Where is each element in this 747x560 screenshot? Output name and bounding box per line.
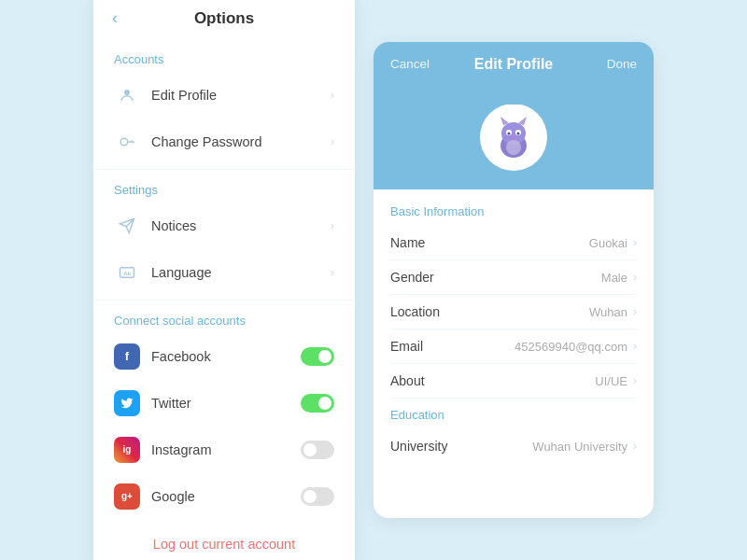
- change-password-text: Change Password: [151, 134, 331, 149]
- twitter-item[interactable]: Twitter: [93, 380, 355, 427]
- section-gap: [390, 399, 637, 408]
- university-value: Wuhan University: [532, 440, 627, 454]
- email-value: 452569940@qq.com: [514, 340, 627, 354]
- chevron-icon: ›: [331, 134, 334, 148]
- edit-profile-text: Edit Profile: [151, 88, 331, 103]
- chevron-icon: ›: [633, 271, 637, 284]
- back-button[interactable]: ‹: [112, 8, 118, 28]
- facebook-item[interactable]: f Facebook: [93, 333, 355, 380]
- about-value: UI/UE: [595, 374, 627, 388]
- svg-text:Ab: Ab: [123, 271, 131, 276]
- about-label: About: [390, 373, 595, 388]
- change-password-item[interactable]: Change Password ›: [93, 119, 355, 165]
- cancel-button[interactable]: Cancel: [390, 57, 430, 71]
- location-value: Wuhan: [589, 305, 627, 319]
- logout-button[interactable]: Log out current account: [93, 537, 355, 552]
- svg-point-15: [508, 133, 511, 135]
- done-button[interactable]: Done: [607, 57, 637, 71]
- email-label: Email: [390, 339, 514, 354]
- chevron-icon: ›: [331, 88, 334, 102]
- location-label: Location: [390, 304, 589, 319]
- edit-profile-title: Edit Profile: [474, 56, 553, 73]
- edit-profile-item[interactable]: Edit Profile ›: [93, 72, 355, 119]
- divider: [93, 300, 355, 301]
- google-icon: g+: [114, 483, 140, 510]
- left-panel: ‹ Options Accounts Edit Profile › Change…: [93, 0, 355, 560]
- location-row[interactable]: Location Wuhan ›: [390, 295, 637, 329]
- instagram-text: Instagram: [151, 442, 301, 457]
- chevron-icon: ›: [633, 236, 637, 249]
- twitter-icon: [114, 390, 140, 416]
- gender-row[interactable]: Gender Male ›: [390, 260, 637, 295]
- twitter-text: Twitter: [151, 396, 301, 411]
- person-icon: [114, 82, 140, 108]
- language-text: Language: [151, 265, 331, 280]
- svg-point-17: [506, 140, 521, 155]
- facebook-text: Facebook: [151, 349, 301, 364]
- basic-info-title: Basic Information: [390, 204, 637, 218]
- accounts-label: Accounts: [93, 43, 355, 72]
- chevron-icon: ›: [633, 440, 637, 453]
- chevron-icon: ›: [331, 218, 334, 232]
- university-row[interactable]: University Wuhan University ›: [390, 429, 637, 463]
- education-title: Education: [390, 408, 637, 422]
- name-row[interactable]: Name Guokai ›: [390, 226, 637, 260]
- instagram-toggle[interactable]: [301, 441, 334, 459]
- avatar-section: [374, 104, 654, 189]
- profile-content: Basic Information Name Guokai › Gender M…: [374, 189, 654, 518]
- svg-point-1: [120, 138, 128, 146]
- email-row[interactable]: Email 452569940@qq.com ›: [390, 329, 637, 364]
- chevron-icon: ›: [331, 265, 334, 279]
- notices-icon: [114, 213, 140, 239]
- chevron-icon: ›: [633, 340, 637, 353]
- divider: [93, 169, 355, 170]
- name-label: Name: [390, 235, 589, 250]
- facebook-toggle[interactable]: [301, 347, 334, 366]
- google-item[interactable]: g+ Google: [93, 473, 355, 520]
- connect-label: Connect social accounts: [93, 304, 355, 333]
- google-toggle[interactable]: [301, 487, 334, 506]
- svg-point-0: [124, 90, 130, 95]
- language-item[interactable]: Ab Language ›: [93, 249, 355, 296]
- right-panel: Cancel Edit Profile Done: [374, 42, 654, 518]
- panel-title: Options: [194, 9, 254, 28]
- cat-illustration: [488, 112, 539, 162]
- key-icon: [114, 129, 140, 155]
- language-icon: Ab: [114, 259, 140, 286]
- gender-label: Gender: [390, 270, 601, 285]
- chevron-icon: ›: [633, 374, 637, 387]
- google-text: Google: [151, 489, 301, 504]
- instagram-icon: ig: [114, 437, 140, 463]
- name-value: Guokai: [589, 236, 627, 250]
- university-label: University: [390, 439, 532, 454]
- avatar[interactable]: [480, 104, 547, 171]
- notices-item[interactable]: Notices ›: [93, 203, 355, 249]
- notices-text: Notices: [151, 218, 331, 233]
- twitter-toggle[interactable]: [301, 394, 334, 413]
- gender-value: Male: [601, 271, 627, 285]
- svg-point-16: [517, 133, 520, 135]
- panel-header: ‹ Options: [93, 6, 355, 43]
- edit-header: Cancel Edit Profile Done: [374, 42, 654, 105]
- settings-label: Settings: [93, 174, 355, 203]
- about-row[interactable]: About UI/UE ›: [390, 364, 637, 399]
- facebook-icon: f: [114, 343, 140, 370]
- chevron-icon: ›: [633, 305, 637, 318]
- instagram-item[interactable]: ig Instagram: [93, 427, 355, 473]
